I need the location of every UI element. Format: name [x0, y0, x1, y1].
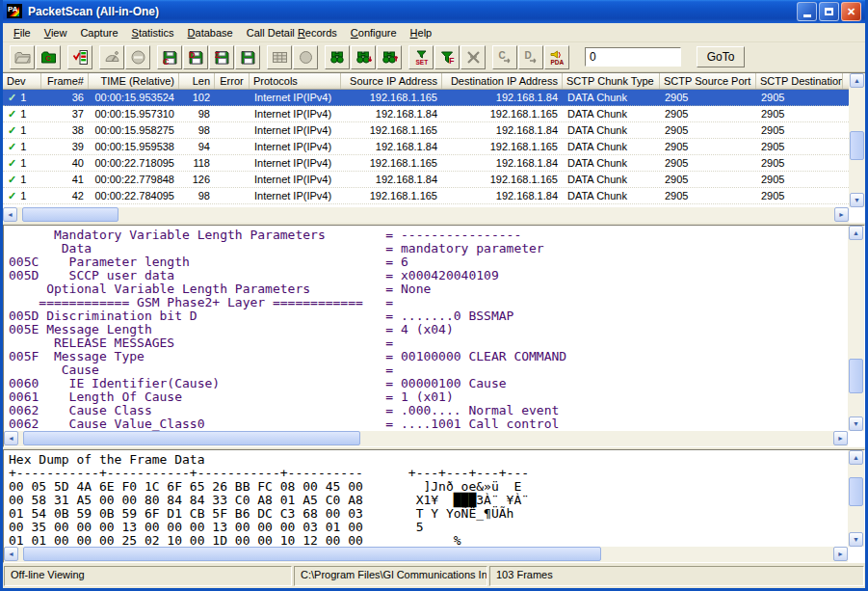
packet-row-37[interactable]: ✓13700:00:15.95731098Internet IP(IPv4)19…	[3, 106, 849, 122]
cell-sctp-source-port: 2905	[660, 155, 756, 171]
packet-row-40[interactable]: ✓14000:00:22.718095118Internet IP(IPv4)1…	[3, 155, 849, 172]
packet-list-vscrollbar[interactable]: ▲ ▼	[849, 73, 865, 207]
checkmark-icon: ✓	[8, 124, 16, 136]
menu-file[interactable]: File	[7, 24, 38, 41]
hex-vscrollbar[interactable]: ▲ ▼	[848, 450, 864, 547]
aggregate-table-button	[267, 45, 292, 69]
column-header-frame-[interactable]: Frame#	[41, 73, 89, 89]
column-header-protocols[interactable]: Protocols	[250, 73, 341, 89]
hex-dump-pane: Hex Dump of the Frame Data +-----------+…	[3, 449, 865, 563]
checkmark-icon: ✓	[8, 157, 16, 169]
checkmark-icon: ✓	[8, 174, 16, 185]
pda-icon: PDA	[549, 49, 566, 66]
cell-sctp-destination-port: 2905	[756, 188, 843, 203]
hex-hscroll-thumb[interactable]	[23, 547, 601, 561]
save-file-button[interactable]	[235, 45, 260, 69]
menu-capture[interactable]: Capture	[73, 24, 124, 41]
pda-button[interactable]: PDA	[544, 45, 569, 69]
column-header-sctp-destination-port[interactable]: SCTP Destination Port	[756, 73, 843, 89]
hex-hscrollbar[interactable]: ◄ ►	[4, 547, 848, 562]
scroll-up-icon[interactable]: ▲	[849, 450, 863, 465]
column-header-time-relative-[interactable]: TIME (Relative)	[89, 73, 179, 89]
packet-row-41[interactable]: ✓14100:00:22.779848126Internet IP(IPv4)1…	[3, 172, 849, 188]
cell-time-relative-: 00:00:22.718095	[89, 155, 179, 171]
cell-time-relative-: 00:00:22.784095	[89, 188, 179, 203]
column-header-sctp-chunk-type[interactable]: SCTP Chunk Type	[563, 73, 660, 89]
checkmark-icon: ✓	[8, 92, 16, 103]
scroll-left-icon[interactable]: ◄	[4, 431, 18, 445]
decode-hscroll-thumb[interactable]	[23, 431, 360, 445]
menu-bar: FileViewCaptureStatisticsDatabaseCall De…	[3, 23, 865, 42]
goto-button[interactable]: GoTo	[697, 46, 745, 67]
scroll-right-icon[interactable]: ►	[833, 431, 848, 445]
column-header-dev[interactable]: Dev	[3, 73, 41, 89]
menu-configure[interactable]: Configure	[344, 24, 404, 41]
scroll-up-icon[interactable]: ▲	[849, 226, 863, 240]
set-filter-button[interactable]: SET	[408, 45, 434, 69]
menu-view[interactable]: View	[38, 24, 74, 41]
scroll-down-icon[interactable]: ▼	[849, 416, 863, 431]
find-frame-icon	[329, 49, 346, 66]
scroll-right-icon[interactable]: ►	[834, 207, 849, 222]
protocol-list-button[interactable]	[67, 45, 92, 69]
cell-sctp-source-port: 2905	[660, 90, 756, 105]
cell-sctp-destination-port: 2905	[756, 155, 843, 171]
find-next-button[interactable]	[351, 45, 376, 69]
cell-frame-: 36	[41, 90, 89, 105]
packet-row-38[interactable]: ✓13800:00:15.95827598Internet IP(IPv4)19…	[3, 122, 849, 139]
cell-len: 98	[179, 122, 215, 138]
packet-row-36[interactable]: ✓13600:00:15.953524102Internet IP(IPv4)1…	[3, 90, 849, 106]
column-header-error[interactable]: Error	[215, 73, 250, 89]
cell-sctp-chunk-type: DATA Chunk	[563, 155, 660, 171]
cell-sctp-destination-port: 2905	[756, 172, 843, 187]
packet-list-vscroll-thumb[interactable]	[850, 131, 864, 160]
menu-help[interactable]: Help	[404, 24, 439, 41]
status-path: C:\Program Files\Gl Communications Inc\	[294, 566, 487, 586]
save-summary-sigma-button[interactable]: Σ	[209, 45, 234, 69]
close-button[interactable]: ✕	[841, 2, 861, 21]
scroll-down-icon[interactable]: ▼	[850, 193, 864, 207]
decode-hscrollbar[interactable]: ◄ ►	[4, 431, 848, 446]
save-cdr-c-icon: C	[162, 49, 178, 66]
find-frame-button[interactable]	[325, 45, 350, 69]
maximize-button[interactable]	[819, 2, 839, 21]
minimize-button[interactable]	[797, 2, 817, 21]
find-next-icon	[355, 49, 372, 66]
scroll-up-icon[interactable]: ▲	[850, 73, 864, 88]
cell-destination-ip-address: 192.168.1.165	[442, 106, 563, 121]
scroll-left-icon[interactable]: ◄	[4, 547, 18, 561]
packet-list-hscroll-thumb[interactable]	[22, 207, 118, 222]
menu-database[interactable]: Database	[181, 24, 240, 41]
cell-dev: ✓1	[3, 155, 41, 171]
capture-file-button[interactable]: C	[36, 45, 61, 69]
stop-capture-icon	[130, 49, 146, 66]
scroll-down-icon[interactable]: ▼	[849, 532, 863, 547]
column-header-sctp-source-port[interactable]: SCTP Source Port	[660, 73, 756, 89]
goto-frame-input[interactable]	[585, 47, 681, 67]
column-header-len[interactable]: Len	[179, 73, 215, 89]
decode-vscrollbar[interactable]: ▲ ▼	[848, 226, 864, 431]
scroll-right-icon[interactable]: ►	[833, 547, 848, 561]
cell-dev: ✓1	[3, 139, 41, 154]
packet-list-hscrollbar[interactable]: ◄ ►	[3, 207, 849, 223]
save-cdr-c-button[interactable]: C	[157, 45, 182, 69]
svg-text:F: F	[449, 56, 455, 66]
hex-vscroll-thumb[interactable]	[849, 477, 863, 506]
cell-len: 126	[179, 172, 215, 187]
find-prev-button[interactable]	[377, 45, 402, 69]
cell-sctp-source-port: 2905	[660, 106, 756, 121]
minimize-icon	[803, 14, 811, 17]
packet-row-39[interactable]: ✓13900:00:15.95953894Internet IP(IPv4)19…	[3, 139, 849, 155]
scroll-left-icon[interactable]: ◄	[3, 207, 17, 222]
menu-call-detail-records[interactable]: Call Detail Records	[240, 24, 344, 41]
cell-sctp-chunk-type: DATA Chunk	[563, 172, 660, 187]
app-logo-icon: PA	[7, 4, 24, 19]
save-database-d-button[interactable]: D	[183, 45, 208, 69]
apply-filter-button[interactable]: F	[434, 45, 460, 69]
packet-row-42[interactable]: ✓14200:00:22.78409598Internet IP(IPv4)19…	[3, 188, 849, 204]
column-header-destination-ip-address[interactable]: Destination IP Address	[442, 73, 563, 89]
menu-statistics[interactable]: Statistics	[125, 24, 181, 41]
column-header-source-ip-address[interactable]: Source IP Address	[341, 73, 442, 89]
cell-error	[215, 188, 250, 203]
decode-vscroll-thumb[interactable]	[849, 359, 863, 393]
